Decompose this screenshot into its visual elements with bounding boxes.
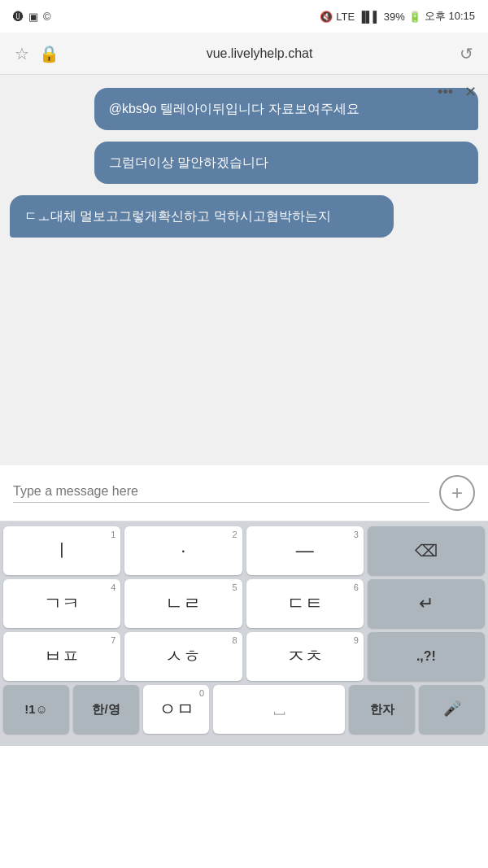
key-space[interactable]: ⎵	[213, 685, 345, 734]
key-bp[interactable]: 7 ㅂㅍ	[3, 632, 120, 681]
key-hanja[interactable]: 한자	[349, 685, 415, 734]
f-icon: ▣	[28, 11, 38, 23]
key-sh[interactable]: 8 ㅅㅎ	[124, 632, 242, 681]
key-3[interactable]: 3 —	[246, 526, 364, 575]
browser-bar-left: ☆ 🔒	[15, 44, 59, 63]
key-lang-switch[interactable]: 한/영	[73, 685, 139, 734]
c-icon: ©	[43, 11, 51, 23]
browser-bar: ☆ 🔒 vue.livelyhelp.chat ↺	[0, 33, 488, 75]
message-bubble-1: @kbs9o 텔레아이뒤입니다 자료보여주세요	[94, 88, 478, 130]
add-button[interactable]: +	[439, 475, 475, 511]
message-bubble-3: ㄷㅗ대체 멀보고그렇게확신하고 먹하시고협박하는지	[10, 195, 394, 238]
status-bar: 🅤 ▣ © 🔇 LTE ▐▌▌ 39% 🔋 오후 10:15	[0, 0, 488, 33]
close-icon[interactable]: ✕	[464, 83, 477, 101]
star-icon[interactable]: ☆	[15, 44, 29, 63]
keyboard: 1 ㅣ 2 · 3 — ⌫ 4 ㄱㅋ 5 ㄴㄹ 6 ㄷㅌ ↵	[0, 521, 488, 746]
key-punct[interactable]: .,?!	[368, 632, 485, 681]
key-2[interactable]: 2 ·	[124, 526, 242, 575]
mute-icon: 🔇	[320, 11, 333, 23]
battery-level: 39%	[384, 11, 405, 23]
time-display: 오후 10:15	[425, 9, 475, 24]
keyboard-row-4: !1☺ 한/영 0 ㅇㅁ ⎵ 한자 🎤	[3, 685, 485, 734]
key-1[interactable]: 1 ㅣ	[3, 526, 120, 575]
status-left-icons: 🅤 ▣ ©	[13, 11, 51, 23]
key-jch[interactable]: 9 ㅈㅊ	[246, 632, 364, 681]
status-right-info: 🔇 LTE ▐▌▌ 39% 🔋 오후 10:15	[320, 9, 475, 24]
key-nr[interactable]: 5 ㄴㄹ	[124, 579, 242, 628]
key-enter[interactable]: ↵	[368, 579, 485, 628]
chat-area: ••• ✕ @kbs9o 텔레아이뒤입니다 자료보여주세요 그럼더이상 말안하겠…	[0, 75, 488, 465]
message-input[interactable]	[13, 484, 429, 503]
battery-icon: 🔋	[408, 11, 421, 23]
lte-label: LTE	[336, 11, 355, 23]
message-bubble-2: 그럼더이상 말안하겠습니다	[94, 142, 478, 184]
key-gk[interactable]: 4 ㄱㅋ	[3, 579, 120, 628]
key-dt[interactable]: 6 ㄷㅌ	[246, 579, 364, 628]
refresh-icon[interactable]: ↺	[460, 44, 473, 63]
u-icon: 🅤	[13, 11, 24, 23]
chat-header-icons: ••• ✕	[438, 83, 477, 101]
key-mic[interactable]: 🎤	[419, 685, 485, 734]
more-options-icon[interactable]: •••	[438, 84, 453, 101]
message-input-area: +	[0, 465, 488, 521]
key-delete[interactable]: ⌫	[368, 526, 485, 575]
lock-icon: 🔒	[39, 44, 59, 63]
key-om[interactable]: 0 ㅇㅁ	[143, 685, 209, 734]
url-bar[interactable]: vue.livelyhelp.chat	[59, 46, 460, 61]
signal-icon: ▐▌▌	[358, 11, 381, 23]
keyboard-row-2: 4 ㄱㅋ 5 ㄴㄹ 6 ㄷㅌ ↵	[3, 579, 485, 628]
keyboard-row-1: 1 ㅣ 2 · 3 — ⌫	[3, 526, 485, 575]
keyboard-row-3: 7 ㅂㅍ 8 ㅅㅎ 9 ㅈㅊ .,?!	[3, 632, 485, 681]
key-emoticon[interactable]: !1☺	[3, 685, 69, 734]
